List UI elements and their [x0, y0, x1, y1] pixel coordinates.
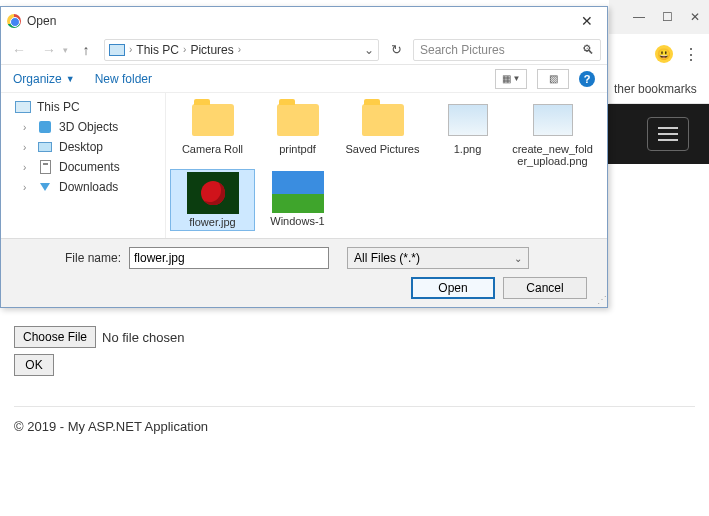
folder-icon — [362, 104, 404, 136]
image-icon — [533, 104, 573, 136]
breadcrumb-folder[interactable]: Pictures — [190, 43, 233, 57]
filename-label: File name: — [11, 251, 121, 265]
cancel-button[interactable]: Cancel — [503, 277, 587, 299]
dialog-footer: File name: All Files (*.*) ⌄ Open Cancel… — [1, 238, 607, 307]
chevron-right-icon: › — [238, 44, 241, 55]
browser-toolbar-right: 😃 ⋮ — [609, 34, 709, 74]
tree-item[interactable]: ›Documents — [1, 157, 165, 177]
no-file-label: No file chosen — [102, 330, 184, 345]
address-bar[interactable]: › This PC › Pictures › ⌄ — [104, 39, 379, 61]
search-input[interactable]: Search Pictures 🔍︎ — [413, 39, 601, 61]
dialog-titlebar: Open ✕ — [1, 7, 607, 35]
chevron-right-icon: › — [129, 44, 132, 55]
tree-item[interactable]: ›Desktop — [1, 137, 165, 157]
dialog-close-button[interactable]: ✕ — [573, 10, 601, 32]
chevron-right-icon: › — [23, 162, 26, 173]
file-grid: Camera Roll printpdf Saved Pictures 1.pn… — [166, 93, 607, 238]
pc-icon — [15, 101, 31, 113]
browser-window-controls: — ☐ ✕ — [609, 0, 709, 34]
breadcrumb-root[interactable]: This PC — [136, 43, 179, 57]
choose-file-button[interactable]: Choose File — [14, 326, 96, 348]
up-button[interactable]: ↑ — [74, 38, 98, 62]
hamburger-icon[interactable] — [647, 117, 689, 151]
chevron-down-icon: ▼ — [66, 74, 75, 84]
tree-item[interactable]: ›3D Objects — [1, 117, 165, 137]
minimize-icon[interactable]: — — [625, 5, 653, 29]
back-button[interactable]: ← — [7, 38, 31, 62]
file-item[interactable]: create_new_folder_upload.png — [510, 97, 595, 169]
refresh-button[interactable]: ↻ — [385, 39, 407, 61]
image-icon — [448, 104, 488, 136]
filetype-dropdown[interactable]: All Files (*.*) ⌄ — [347, 247, 529, 269]
forward-button[interactable]: → — [37, 38, 61, 62]
maximize-icon[interactable]: ☐ — [653, 5, 681, 29]
tree-this-pc[interactable]: This PC — [1, 97, 165, 117]
file-item[interactable]: 1.png — [425, 97, 510, 169]
extension-icon[interactable]: 😃 — [655, 45, 673, 63]
close-icon[interactable]: ✕ — [681, 5, 709, 29]
page-footer: © 2019 - My ASP.NET Application — [14, 419, 695, 434]
ok-button[interactable]: OK — [14, 354, 54, 376]
folder-tree: This PC ›3D Objects ›Desktop ›Documents … — [1, 93, 166, 238]
filename-input[interactable] — [129, 247, 329, 269]
file-item[interactable]: printpdf — [255, 97, 340, 169]
chevron-right-icon: › — [23, 182, 26, 193]
address-dropdown-icon[interactable]: ⌄ — [364, 43, 374, 57]
folder-icon — [192, 104, 234, 136]
file-item[interactable]: Saved Pictures — [340, 97, 425, 169]
dialog-toolbar: Organize ▼ New folder ▦ ▼ ▧ ? — [1, 65, 607, 93]
open-button[interactable]: Open — [411, 277, 495, 299]
organize-menu[interactable]: Organize ▼ — [13, 72, 75, 86]
preview-button[interactable]: ▧ — [537, 69, 569, 89]
resize-grip-icon[interactable]: ⋰ — [597, 294, 605, 305]
file-item[interactable]: Camera Roll — [170, 97, 255, 169]
dialog-nav: ← → ▾ ↑ › This PC › Pictures › ⌄ ↻ Searc… — [1, 35, 607, 65]
search-placeholder: Search Pictures — [420, 43, 505, 57]
download-icon — [40, 183, 50, 191]
chevron-right-icon: › — [23, 122, 26, 133]
divider — [14, 406, 695, 407]
view-button[interactable]: ▦ ▼ — [495, 69, 527, 89]
page-content: Choose File No file chosen OK © 2019 - M… — [14, 326, 695, 434]
file-item[interactable]: Windows-1 — [255, 169, 340, 231]
cube-icon — [39, 121, 51, 133]
new-folder-button[interactable]: New folder — [95, 72, 152, 86]
desktop-icon — [38, 142, 52, 152]
pc-icon — [109, 44, 125, 56]
history-dropdown-icon[interactable]: ▾ — [63, 45, 68, 55]
chrome-icon — [7, 14, 21, 28]
chevron-right-icon: › — [183, 44, 186, 55]
chevron-down-icon: ⌄ — [514, 253, 522, 264]
image-thumbnail — [272, 171, 324, 213]
image-thumbnail — [187, 172, 239, 214]
search-icon: 🔍︎ — [582, 43, 594, 57]
site-navbar — [600, 104, 709, 164]
chevron-right-icon: › — [23, 142, 26, 153]
bookmarks-bar: ther bookmarks — [609, 74, 709, 104]
folder-icon — [277, 104, 319, 136]
help-icon[interactable]: ? — [579, 71, 595, 87]
dialog-title: Open — [27, 14, 56, 28]
menu-icon[interactable]: ⋮ — [683, 45, 699, 64]
document-icon — [40, 160, 51, 174]
tree-item[interactable]: ›Downloads — [1, 177, 165, 197]
file-item-selected[interactable]: flower.jpg — [170, 169, 255, 231]
file-open-dialog: Open ✕ ← → ▾ ↑ › This PC › Pictures › ⌄ … — [0, 6, 608, 308]
